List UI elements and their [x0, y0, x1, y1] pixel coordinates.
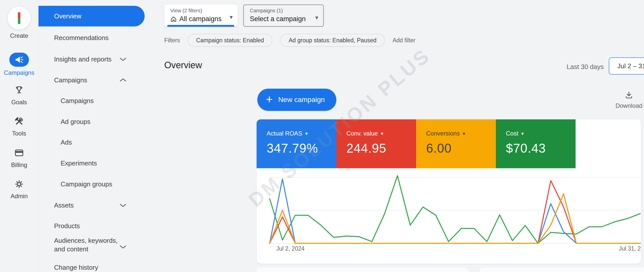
page-title: Overview	[164, 60, 202, 71]
campaign-selector-label: Campaigns (1)	[250, 8, 323, 14]
scorecard-cost[interactable]: Cost▾ $70.43	[496, 119, 576, 168]
filter-chip-ad-group-status[interactable]: Ad group status: Enabled, Paused	[280, 34, 385, 47]
caret-down-icon: ▾	[305, 131, 308, 137]
view-selector-dropdown[interactable]: View (2 filters) All campaigns ▾	[164, 5, 238, 27]
x-axis-start-label: Jul 2, 2024	[276, 245, 305, 252]
sidebar-item-ad-groups[interactable]: Ad groups	[38, 111, 149, 132]
overview-chart-svg	[257, 168, 641, 264]
billing-card-icon	[14, 148, 25, 158]
scorecard-label: Conv. value	[346, 130, 378, 137]
rail-label-admin: Admin	[0, 193, 38, 200]
nav-label: Change history	[54, 264, 98, 271]
sidebar-item-ads[interactable]: Ads	[38, 132, 149, 153]
sidebar-item-experiments[interactable]: Experiments	[38, 153, 149, 174]
partial-card-left	[257, 267, 469, 272]
google-plus-icon	[13, 12, 25, 24]
sidebar-item-recommendations[interactable]: Recommendations	[38, 27, 149, 48]
create-block: Create	[0, 7, 38, 39]
nav-label: Campaign groups	[61, 180, 112, 188]
add-filter-button[interactable]: Add filter	[392, 37, 415, 44]
chart-line-actual-roas	[270, 179, 640, 243]
nav-label: Products	[54, 222, 80, 230]
partial-card-right	[479, 267, 644, 272]
nav-label: Recommendations	[54, 34, 109, 42]
scorecard-conversions[interactable]: Conversions▾ 6.00	[416, 119, 496, 168]
filter-chip-campaign-status[interactable]: Campaign status: Enabled	[188, 34, 273, 47]
filter-chip-text: Ad group status: Enabled, Paused	[289, 37, 376, 44]
rail-label-campaigns: Campaigns	[0, 69, 38, 76]
side-nav: Overview Recommendations Insights and re…	[38, 0, 162, 272]
date-range-button[interactable]: Jul 2 – 31,	[609, 57, 644, 75]
view-selector-active-underline	[167, 25, 234, 27]
rail-item-billing[interactable]: Billing	[0, 148, 38, 168]
dropdown-caret-icon: ▾	[230, 14, 233, 21]
filters-bar: Filters Campaign status: Enabled Ad grou…	[164, 34, 415, 47]
view-selector-value: All campaigns	[179, 15, 222, 23]
rail-label-goals: Goals	[0, 99, 38, 106]
filters-label: Filters	[164, 37, 180, 44]
chevron-up-icon	[119, 78, 127, 82]
caret-down-icon: ▾	[521, 131, 524, 137]
caret-down-icon: ▾	[381, 131, 383, 137]
chart-line-cost	[270, 176, 640, 244]
overview-chart-card: Actual ROAS▾ 347.79% Conv. value▾ 244.95…	[257, 119, 641, 264]
sidebar-item-insights-and-reports[interactable]: Insights and reports	[38, 49, 149, 70]
campaign-selector-dropdown[interactable]: Campaigns (1) Select a campaign ▾	[243, 5, 324, 27]
x-axis-end-label: Jul 31, 2	[619, 245, 641, 252]
scorecard-value: 244.95	[346, 141, 416, 156]
view-selector-label: View (2 filters)	[170, 8, 238, 14]
download-label: Download	[616, 102, 642, 109]
tools-icon	[14, 116, 25, 126]
download-button[interactable]: Download	[613, 91, 644, 109]
chevron-down-icon	[119, 245, 127, 249]
rail-item-campaigns[interactable]: Campaigns	[0, 53, 38, 76]
new-campaign-button[interactable]: + New campaign	[257, 89, 336, 111]
download-icon	[624, 91, 634, 100]
nav-label: Assets	[54, 201, 74, 209]
nav-label: Campaigns	[54, 76, 87, 84]
scorecard-conv-value[interactable]: Conv. value▾ 244.95	[336, 119, 416, 168]
nav-label: Insights and reports	[54, 55, 111, 63]
rail-label-tools: Tools	[0, 130, 38, 137]
nav-label: Ads	[61, 139, 72, 146]
dropdown-caret-icon: ▾	[315, 14, 318, 21]
nav-label: Campaigns	[61, 97, 94, 105]
home-icon	[170, 16, 177, 22]
scorecard-label: Cost	[506, 130, 518, 137]
filter-chip-text: Campaign status: Enabled	[196, 37, 264, 44]
nav-label: Overview	[54, 12, 81, 20]
sidebar-item-overview[interactable]: Overview	[38, 6, 145, 26]
date-preset-label[interactable]: Last 30 days	[566, 63, 604, 71]
rail-item-admin[interactable]: Admin	[0, 179, 38, 200]
nav-label: Audiences, keywords, and content	[54, 236, 127, 253]
rail-item-tools[interactable]: Tools	[0, 116, 38, 137]
new-campaign-label: New campaign	[278, 96, 325, 104]
chevron-down-icon	[119, 203, 127, 207]
gear-icon	[14, 179, 25, 189]
sidebar-item-assets[interactable]: Assets	[38, 195, 149, 216]
create-label: Create	[0, 32, 38, 39]
scorecard-value: 347.79%	[267, 141, 336, 156]
sidebar-item-campaigns[interactable]: Campaigns	[38, 90, 149, 111]
sidebar-item-audiences-keywords-content[interactable]: Audiences, keywords, and content	[38, 236, 149, 253]
chart-line-conversions	[270, 194, 640, 244]
date-range-text: Jul 2 – 31,	[617, 62, 644, 70]
sidebar-item-change-history[interactable]: Change history	[38, 257, 149, 272]
performance-chart: Jul 2, 2024 Jul 31, 2	[257, 168, 641, 264]
sidebar-item-campaigns-section[interactable]: Campaigns	[38, 70, 149, 90]
caret-down-icon: ▾	[463, 131, 465, 137]
icon-rail: Create Campaigns	[0, 0, 38, 272]
scorecard-value: 6.00	[426, 141, 496, 156]
scorecard-actual-roas[interactable]: Actual ROAS▾ 347.79%	[257, 119, 336, 168]
rail-item-goals[interactable]: Goals	[0, 85, 38, 106]
rail-label-billing: Billing	[0, 161, 38, 168]
scorecard-label: Actual ROAS	[267, 130, 302, 137]
sidebar-item-products[interactable]: Products	[38, 216, 149, 236]
megaphone-icon	[9, 53, 29, 67]
scorecard-label: Conversions	[426, 130, 460, 137]
create-button[interactable]	[8, 7, 31, 30]
campaign-selector-value: Select a campaign	[250, 15, 306, 23]
nav-label: Experiments	[61, 159, 97, 167]
trophy-icon	[14, 85, 25, 95]
sidebar-item-campaign-groups[interactable]: Campaign groups	[38, 174, 149, 194]
